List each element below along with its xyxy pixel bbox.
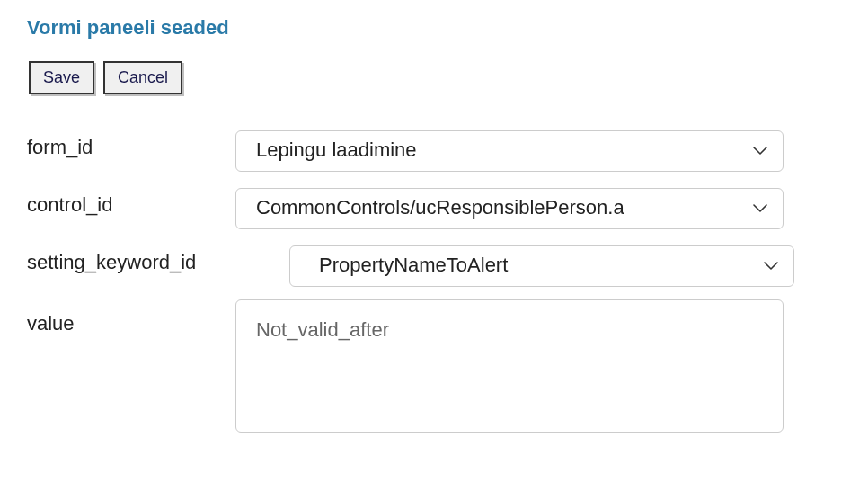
select-form-id[interactable]: Lepingu laadimine bbox=[235, 130, 784, 172]
cancel-button[interactable]: Cancel bbox=[103, 61, 182, 94]
select-control-id[interactable]: CommonControls/ucResponsiblePerson.a bbox=[235, 188, 784, 229]
label-form-id: form_id bbox=[27, 130, 235, 159]
button-row: Save Cancel bbox=[29, 61, 841, 94]
select-wrap-setting-keyword-id: PropertyNameToAlert bbox=[289, 246, 794, 287]
select-setting-keyword-id[interactable]: PropertyNameToAlert bbox=[289, 246, 794, 287]
label-setting-keyword-id: setting_keyword_id bbox=[27, 246, 235, 274]
label-value: value bbox=[27, 299, 235, 335]
select-wrap-form-id: Lepingu laadimine bbox=[235, 130, 784, 172]
row-control-id: control_id CommonControls/ucResponsibleP… bbox=[27, 188, 841, 229]
page-title: Vormi paneeli seaded bbox=[27, 16, 841, 40]
save-button[interactable]: Save bbox=[29, 61, 94, 94]
label-control-id: control_id bbox=[27, 188, 235, 217]
row-form-id: form_id Lepingu laadimine bbox=[27, 130, 841, 172]
select-wrap-control-id: CommonControls/ucResponsiblePerson.a bbox=[235, 188, 784, 229]
textarea-value[interactable] bbox=[235, 299, 784, 433]
row-value: value bbox=[27, 299, 841, 433]
row-setting-keyword-id: setting_keyword_id PropertyNameToAlert bbox=[27, 246, 841, 287]
